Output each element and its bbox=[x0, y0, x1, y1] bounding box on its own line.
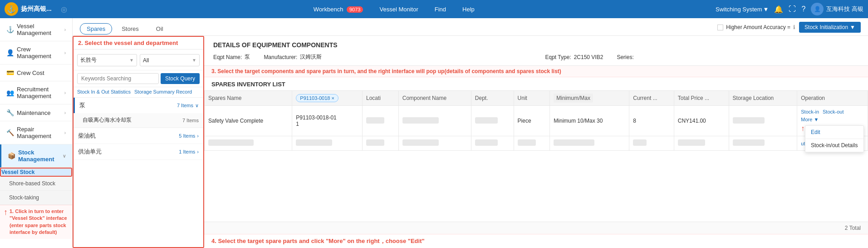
maintenance-icon: 🔧 bbox=[6, 109, 14, 116]
sidebar-sub-item-stock-taking[interactable]: Stock-taking bbox=[0, 191, 72, 205]
inventory-section: SPARES INVENTORY LIST Spares Name bbox=[204, 77, 868, 234]
tree-item-fuel[interactable]: 供油单元 1 Items › bbox=[74, 144, 203, 160]
tree-item-pump: 泵 7 Items ∨ 自吸离心海水冷却泵 7 Items bbox=[74, 98, 203, 128]
td-current-2 bbox=[629, 136, 674, 151]
info-row-left: Eqpt Name: 泵 Manufacturer: 汉姆沃斯 bbox=[213, 53, 527, 61]
equipment-info: Eqpt Name: 泵 Manufacturer: 汉姆沃斯 Eqpt Typ… bbox=[213, 53, 859, 61]
sidebar-item-repair[interactable]: 🔨 Repair Management › bbox=[0, 121, 72, 144]
sidebar-item-recruitment[interactable]: 👥 Recruitment Management › bbox=[0, 81, 72, 104]
user-info: 👤 互海科技 高银 bbox=[811, 3, 863, 15]
center-nav: Workbench 9073 Vessel Monitor Find Help bbox=[73, 4, 716, 15]
td-component-name bbox=[398, 106, 471, 136]
step1-annotation: ↑ 1. Click in turn to enter "Vessel Stoc… bbox=[0, 205, 72, 239]
th-total-price: Total Price ... bbox=[674, 91, 729, 106]
stock-in-link[interactable]: Stock-in bbox=[801, 109, 819, 114]
eqpt-type-label: Eqpt Type: bbox=[545, 54, 571, 60]
dept-blurred bbox=[475, 117, 498, 124]
td-spares-name: Safety Valve Complete bbox=[205, 106, 292, 136]
tabs-right: Higher Amount Accuracy = ℹ Stock Initial… bbox=[717, 22, 861, 35]
eqpt-type-value: 2C150 VIB2 bbox=[574, 54, 603, 60]
tree-item2-label: 供油单元 bbox=[78, 148, 102, 156]
cost-icon: 💳 bbox=[6, 69, 14, 76]
sub-label: Shore-based Stock bbox=[9, 180, 55, 187]
tab-oil[interactable]: Oil bbox=[148, 22, 171, 35]
stock-inout-details-item[interactable]: Stock-in/out Details bbox=[805, 139, 863, 152]
series-label: Series: bbox=[617, 54, 633, 60]
notification-icon[interactable]: 🔔 bbox=[774, 5, 783, 14]
comp-name-blurred bbox=[402, 117, 439, 124]
sidebar-sub-item-vessel-stock[interactable]: Vessel Stock bbox=[0, 168, 72, 177]
more-dropdown-menu: Edit Stock-in/out Details bbox=[805, 125, 864, 153]
price-blurred bbox=[678, 139, 705, 146]
sidebar-label: Maintenance bbox=[17, 109, 50, 116]
sidebar-item-maintenance[interactable]: 🔧 Maintenance › bbox=[0, 104, 72, 121]
help-icon[interactable]: ? bbox=[801, 5, 805, 13]
tab-spares[interactable]: Spares bbox=[80, 23, 112, 35]
workbench-badge: 9073 bbox=[347, 6, 363, 13]
nav-help[interactable]: Help bbox=[459, 4, 478, 15]
content-area: Spares Stores Oil Higher Amount Accuracy… bbox=[73, 18, 868, 248]
nav-vessel-monitor[interactable]: Vessel Monitor bbox=[376, 4, 422, 15]
td-unit-2 bbox=[514, 136, 550, 151]
sidebar: ⚓ Vessel Management › 👤 Crew Management … bbox=[0, 18, 73, 248]
part-no-value: P91103-0018-01 bbox=[296, 114, 336, 121]
step2-annotation: 2. Select the vessel and department bbox=[74, 37, 203, 50]
sidebar-item-crew-management[interactable]: 👤 Crew Management › bbox=[0, 41, 72, 64]
more-button[interactable]: More ▼ bbox=[801, 117, 819, 122]
inventory-table: Spares Name P91103-0018 × Locati Compone… bbox=[204, 90, 868, 151]
tree-item-diesel[interactable]: 柴油机 5 Items › bbox=[74, 128, 203, 144]
info-row-right: Eqpt Type: 2C150 VIB2 Series: bbox=[545, 53, 859, 61]
sidebar-item-stock-management[interactable]: 📦 Stock Management ∨ bbox=[0, 144, 72, 168]
td-current: 8 bbox=[629, 106, 674, 136]
stock-inout-stats-link[interactable]: Stock In & Out Statistics bbox=[77, 89, 131, 94]
tree-item-pump-count: 7 Items ∨ bbox=[177, 103, 199, 109]
info-icon[interactable]: ℹ bbox=[793, 24, 795, 30]
tree-item-pump-header[interactable]: 泵 7 Items ∨ bbox=[74, 98, 203, 113]
right-panel: DETAILS OF EQUIPMENT COMPONENTS Eqpt Nam… bbox=[204, 36, 868, 248]
left-panel: 2. Select the vessel and department 长胜号 … bbox=[73, 36, 204, 248]
table-wrapper: Spares Name P91103-0018 × Locati Compone… bbox=[204, 90, 868, 222]
tree-item2-label: 柴油机 bbox=[78, 132, 96, 140]
higher-amount-checkbox[interactable] bbox=[717, 25, 723, 30]
manufacturer-value: 汉姆沃斯 bbox=[300, 53, 322, 61]
tree-sub-count: 7 Items bbox=[182, 118, 199, 123]
sub-label: Stock-taking bbox=[9, 194, 39, 201]
stock-init-button[interactable]: Stock Initialization ▼ bbox=[799, 22, 861, 33]
th-operation: Operation bbox=[797, 91, 868, 106]
td-storage-location bbox=[729, 106, 797, 136]
sidebar-sub-item-shore-stock[interactable]: Shore-based Stock bbox=[0, 177, 72, 191]
edit-menu-item[interactable]: Edit bbox=[805, 126, 863, 139]
arrow-icon: › bbox=[64, 110, 66, 115]
crew-icon: 👤 bbox=[6, 49, 14, 56]
sidebar-item-crew-cost[interactable]: 💳 Crew Cost bbox=[0, 64, 72, 81]
keywords-search-input[interactable] bbox=[77, 73, 159, 84]
stock-query-button[interactable]: Stock Query bbox=[161, 73, 200, 84]
td-locati-2 bbox=[363, 136, 399, 151]
fullscreen-icon[interactable]: ⛶ bbox=[789, 5, 796, 13]
td-part-no: P91103-0018-01 1 bbox=[292, 106, 363, 136]
nav-workbench[interactable]: Workbench 9073 bbox=[310, 4, 367, 15]
vessel-select[interactable]: 长胜号 ▼ bbox=[77, 54, 137, 66]
tree-item2-count: 1 Items › bbox=[179, 149, 199, 154]
th-minmax: Minimum/Max bbox=[550, 91, 629, 106]
td-spares-name-2 bbox=[205, 136, 292, 151]
right-nav: Switching System ▼ 🔔 ⛶ ? 👤 互海科技 高银 bbox=[716, 3, 863, 15]
stock-icon: 📦 bbox=[8, 152, 15, 159]
nav-find[interactable]: Find bbox=[431, 4, 450, 15]
tree-sub-item-pump-sea[interactable]: 自吸离心海水冷却泵 7 Items bbox=[74, 113, 203, 128]
tab-stores[interactable]: Stores bbox=[114, 22, 147, 35]
dept-blurred-2 bbox=[475, 139, 498, 146]
dept-select[interactable]: All ▼ bbox=[140, 54, 200, 66]
stock-out-link[interactable]: Stock-out bbox=[823, 109, 843, 114]
storage-summary-link[interactable]: Storage Summary Record bbox=[134, 89, 192, 94]
arrow-icon: ∨ bbox=[63, 154, 66, 159]
select-arrow-icon: ▼ bbox=[129, 58, 134, 63]
sidebar-item-vessel-management[interactable]: ⚓ Vessel Management › bbox=[0, 18, 72, 41]
recruit-icon: 👥 bbox=[6, 89, 14, 96]
switching-system[interactable]: Switching System ▼ bbox=[716, 6, 769, 13]
table-row: Safety Valve Complete P91103-0018-01 1 bbox=[205, 106, 868, 136]
filter-tag-partno[interactable]: P91103-0018 × bbox=[296, 94, 338, 102]
anchor-icon: ⚓ bbox=[6, 26, 14, 33]
step3-annotation: 3. Select the target components and spar… bbox=[204, 66, 868, 77]
step1-text: 1. Click in turn to enter "Vessel Stock"… bbox=[10, 208, 69, 236]
